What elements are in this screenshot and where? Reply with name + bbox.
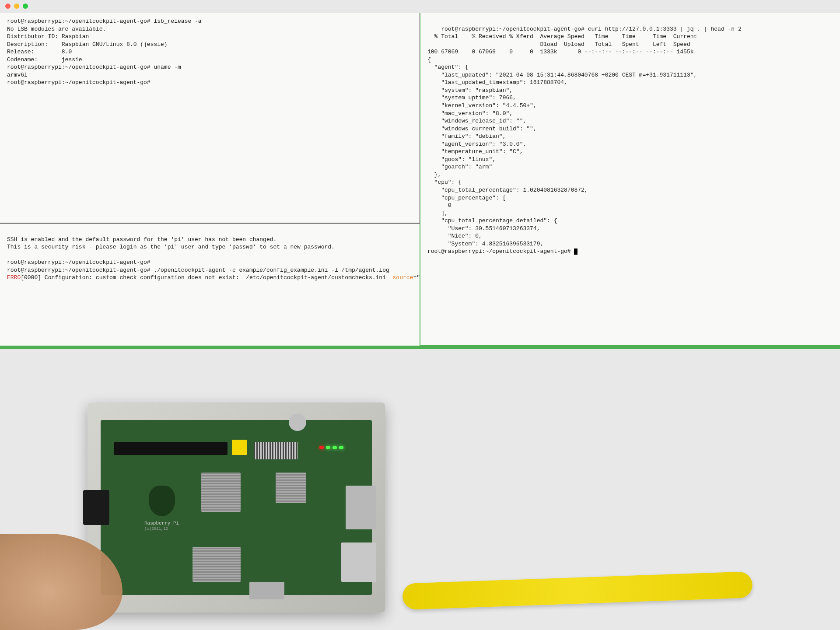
error-code: [0000] xyxy=(21,274,41,281)
cursor-icon xyxy=(574,248,578,255)
terminal-output: % Total % Received % Xferd Average Speed… xyxy=(427,33,697,40)
terminal-output: Dload Upload Total Spent Left Speed xyxy=(427,41,690,48)
terminal-pane-top-left[interactable]: root@raspberrypi:~/openitcockpit-agent-g… xyxy=(0,13,420,223)
board-copyright: (c)2011,12 xyxy=(144,527,168,531)
terminal-output: Distributor ID: Raspbian xyxy=(7,33,89,40)
terminal-output: Description: Raspbian GNU/Linux 8.0 (jes… xyxy=(7,41,168,48)
ssh-warning: SSH is enabled and the default password … xyxy=(7,236,276,243)
terminal-pane-bottom-left[interactable]: SSH is enabled and the default password … xyxy=(0,223,420,346)
source-label: source xyxy=(393,274,413,281)
source-value: ="config.go:198" xyxy=(413,274,420,281)
power-led-icon xyxy=(319,446,324,449)
error-level: ERRO xyxy=(7,274,21,281)
usb-port xyxy=(346,486,376,529)
terminal-output: Codename: jessie xyxy=(7,56,82,63)
link-led-icon xyxy=(332,446,337,449)
close-icon[interactable] xyxy=(5,4,10,9)
raspberry-pi-logo-icon xyxy=(149,486,175,516)
ssh-warning: This is a security risk - please login a… xyxy=(7,244,335,250)
minimize-icon[interactable] xyxy=(14,4,19,9)
gpio-header xyxy=(114,442,228,455)
ethernet-port xyxy=(341,542,376,582)
hdmi-port xyxy=(249,582,284,599)
terminal-output: No LSB modules are available. xyxy=(7,26,106,32)
gpio-pins xyxy=(254,442,298,459)
terminal-pane-right[interactable]: sshroot@raspberrypi:~/openitcockpit-agen… xyxy=(420,13,840,346)
tmux-session: root@raspberrypi:~/openitcockpit-agent-g… xyxy=(0,13,840,346)
terminal-output: 100 67069 0 67069 0 0 1333k 0 --:--:-- -… xyxy=(427,49,694,55)
fdx-led-icon xyxy=(339,446,343,449)
board-label: Raspberry Pi xyxy=(144,521,179,526)
terminal-output: armv6l xyxy=(7,72,28,78)
cpu-heatsink xyxy=(201,472,241,512)
sd-card-slot xyxy=(83,490,109,525)
terminal-prompt[interactable]: root@raspberrypi:~/openitcockpit-agent-g… xyxy=(7,79,150,86)
terminal-output: root@raspberrypi:~/openitcockpit-agent-g… xyxy=(7,64,181,70)
raspberry-pi-pcb: Raspberry Pi (c)2011,12 xyxy=(101,420,372,595)
terminal-prompt[interactable]: root@raspberrypi:~/openitcockpit-agent-g… xyxy=(427,248,574,255)
fullscreen-icon[interactable] xyxy=(23,4,28,9)
json-output: { "agent": { "last_updated": "2021-04-08… xyxy=(427,56,697,247)
terminal-output: Release: 8.0 xyxy=(7,49,72,55)
raspberry-pi-case: Raspberry Pi (c)2011,12 xyxy=(88,402,385,612)
terminal-output: root@raspberrypi:~/openitcockpit-agent-g… xyxy=(441,26,742,32)
rca-video-connector xyxy=(232,440,247,455)
terminal-prompt: root@raspberrypi:~/openitcockpit-agent-g… xyxy=(7,259,150,266)
rca-jack-icon xyxy=(289,413,306,431)
window-traffic-lights[interactable] xyxy=(5,4,28,9)
tmux-status-bar xyxy=(0,346,840,349)
chip-heatsink xyxy=(276,472,306,503)
terminal-output: root@raspberrypi:~/openitcockpit-agent-g… xyxy=(7,267,389,273)
activity-led-icon xyxy=(326,446,330,449)
terminal-output: root@raspberrypi:~/openitcockpit-agent-g… xyxy=(7,18,202,24)
ethernet-cable xyxy=(402,571,753,610)
error-message: Configuration: custom check configuratio… xyxy=(41,274,393,281)
heatsink xyxy=(192,547,241,582)
